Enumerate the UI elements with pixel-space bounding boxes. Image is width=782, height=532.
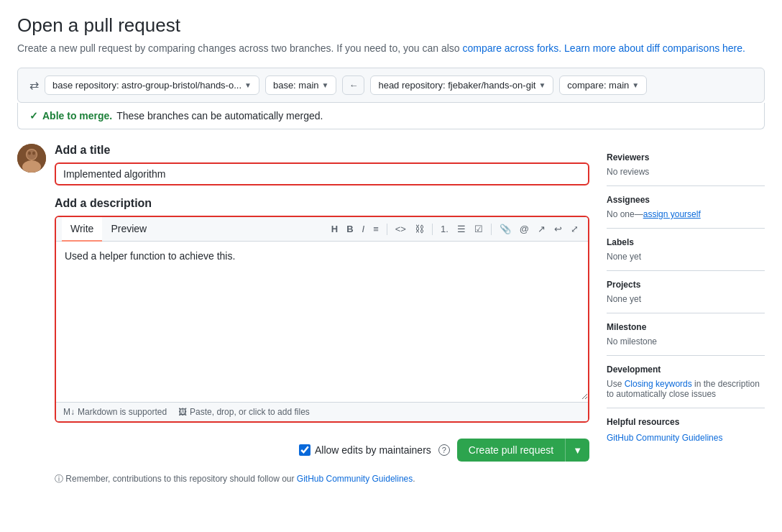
page-subtitle: Create a new pull request by comparing c…: [17, 41, 765, 56]
assignees-title: Assignees: [607, 195, 765, 205]
create-pr-btn-group: Create pull request ▼: [457, 439, 589, 462]
development-title: Development: [607, 364, 765, 375]
sidebar-reviewers: Reviewers No reviews: [607, 144, 765, 186]
reference-btn[interactable]: ↗: [534, 221, 549, 237]
allow-edits-label: Allow edits by maintainers: [299, 444, 431, 456]
merge-check-icon: ✓: [29, 110, 38, 121]
svg-point-5: [32, 152, 35, 155]
community-guidelines-sidebar-link[interactable]: GitHub Community Guidelines: [607, 433, 722, 443]
unordered-list-btn[interactable]: ☰: [454, 221, 469, 237]
main-layout: Add a title Add a description Write Prev…: [17, 144, 765, 485]
markdown-icon: M↓: [63, 407, 75, 417]
help-icon[interactable]: ?: [438, 444, 450, 456]
preview-tab[interactable]: Preview: [102, 217, 155, 242]
compare-caret: ▼: [632, 81, 639, 89]
merge-status-bar: ✓ Able to merge. These branches can be a…: [17, 103, 765, 129]
avatar: [17, 144, 46, 173]
italic-btn[interactable]: I: [359, 221, 369, 237]
projects-value: None yet: [607, 294, 765, 304]
base-repo-caret: ▼: [244, 81, 252, 89]
branch-selector-bar: ⇄ base repository: astro-group-bristol/h…: [17, 68, 765, 103]
merge-able-text: Able to merge.: [42, 110, 112, 121]
svg-point-3: [27, 150, 37, 160]
compare-icon: ⇄: [29, 78, 39, 92]
toolbar-divider-2: [432, 224, 433, 235]
paste-info: 🖼 Paste, drop, or click to add files: [178, 407, 310, 417]
closing-keywords-link[interactable]: Closing keywords: [625, 379, 692, 389]
markdown-link[interactable]: Markdown is supported: [78, 407, 167, 417]
helpful-title: Helpful resources: [607, 417, 765, 427]
add-title-label: Add a title: [55, 144, 589, 157]
attach-btn[interactable]: 📎: [496, 221, 515, 237]
allow-edits-checkbox[interactable]: [299, 444, 310, 456]
base-branch-caret: ▼: [322, 81, 329, 89]
form-header: Add a title Add a description Write Prev…: [17, 144, 589, 485]
fullscreen-btn[interactable]: ⤢: [567, 221, 582, 237]
bold-btn[interactable]: B: [343, 221, 356, 237]
add-description-label: Add a description: [55, 197, 589, 210]
milestone-title: Milestone: [607, 322, 765, 332]
sidebar: Reviewers No reviews Assignees No one—as…: [607, 144, 765, 451]
form-body: Add a title Add a description Write Prev…: [55, 144, 589, 485]
editor-footer: M↓ Markdown is supported 🖼 Paste, drop, …: [56, 402, 588, 421]
main-content: Add a title Add a description Write Prev…: [17, 144, 589, 485]
page-title: Open a pull request: [17, 14, 765, 37]
sidebar-helpful: Helpful resources GitHub Community Guide…: [607, 408, 765, 451]
undo-btn[interactable]: ↩: [551, 221, 566, 237]
markdown-support: M↓ Markdown is supported: [63, 407, 167, 417]
reviewers-title: Reviewers: [607, 152, 765, 162]
reviewers-value: No reviews: [607, 167, 765, 177]
projects-title: Projects: [607, 280, 765, 290]
sidebar-milestone: Milestone No milestone: [607, 313, 765, 356]
assign-yourself-link[interactable]: assign yourself: [643, 209, 701, 219]
editor-tabs: Write Preview H B I ≡ <> ⛓ 1. ☰: [56, 217, 588, 242]
write-tab[interactable]: Write: [62, 217, 102, 242]
merge-description: These branches can be automatically merg…: [116, 110, 323, 121]
sidebar-labels: Labels None yet: [607, 229, 765, 271]
editor-toolbar: H B I ≡ <> ⛓ 1. ☰ ☑ 📎: [328, 218, 582, 240]
task-list-btn[interactable]: ☑: [471, 221, 487, 237]
base-branch-selector[interactable]: base: main ▼: [265, 75, 337, 95]
paste-icon: 🖼: [178, 407, 187, 417]
heading-btn[interactable]: H: [328, 221, 341, 237]
description-editor: Write Preview H B I ≡ <> ⛓ 1. ☰: [55, 216, 589, 423]
base-repo-selector[interactable]: base repository: astro-group-bristol/han…: [45, 75, 259, 95]
sidebar-projects: Projects None yet: [607, 271, 765, 313]
assignees-value: No one—assign yourself: [607, 209, 765, 219]
labels-value: None yet: [607, 252, 765, 262]
svg-point-4: [28, 152, 31, 155]
code-btn[interactable]: <>: [392, 221, 410, 237]
head-repo-selector[interactable]: head repository: fjebaker/hands-on-git ▼: [370, 75, 553, 95]
mention-btn[interactable]: @: [516, 221, 533, 237]
toolbar-divider-1: [387, 224, 387, 235]
sidebar-development: Development Use Closing keywords in the …: [607, 356, 765, 408]
toolbar-divider-3: [491, 224, 492, 235]
development-value: Use Closing keywords in the description …: [607, 379, 765, 399]
pr-title-input[interactable]: [55, 162, 589, 185]
labels-title: Labels: [607, 237, 765, 247]
create-pr-dropdown-btn[interactable]: ▼: [566, 439, 589, 462]
swap-arrow-btn[interactable]: ←: [342, 75, 364, 95]
compare-forks-link[interactable]: compare across forks.: [462, 42, 561, 54]
link-btn[interactable]: ⛓: [411, 221, 428, 237]
milestone-value: No milestone: [607, 336, 765, 347]
head-repo-caret: ▼: [538, 81, 546, 89]
create-pr-button[interactable]: Create pull request: [457, 439, 566, 462]
community-guidelines-link[interactable]: GitHub Community Guidelines: [297, 474, 413, 484]
ordered-list-btn[interactable]: 1.: [437, 221, 452, 237]
remember-note: ⓘ Remember, contributions to this reposi…: [55, 473, 589, 485]
sidebar-assignees: Assignees No one—assign yourself: [607, 186, 765, 229]
remember-icon: ⓘ: [55, 474, 63, 484]
description-textarea[interactable]: Used a helper function to achieve this.: [56, 242, 588, 400]
compare-branch-selector[interactable]: compare: main ▼: [559, 75, 647, 95]
learn-more-link[interactable]: Learn more about diff comparisons here.: [564, 42, 745, 54]
strikethrough-btn[interactable]: ≡: [369, 221, 382, 237]
form-actions: Allow edits by maintainers ? Create pull…: [55, 431, 589, 469]
